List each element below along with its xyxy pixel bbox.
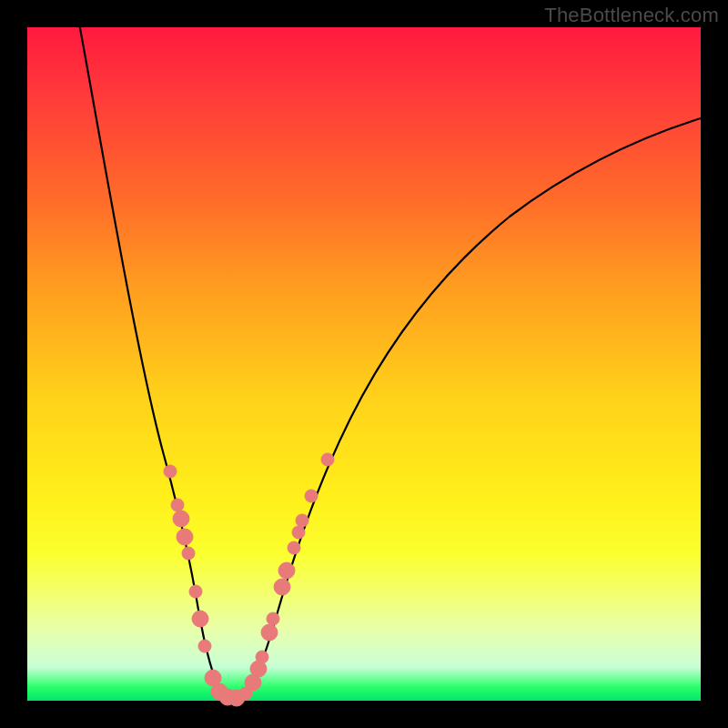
data-marker	[305, 490, 318, 502]
data-marker	[296, 514, 308, 527]
markers-layer	[164, 453, 334, 706]
chart-frame: TheBottleneck.com	[0, 0, 728, 728]
data-marker	[261, 624, 278, 641]
plot-area	[27, 27, 701, 701]
data-marker	[321, 453, 334, 466]
data-marker	[278, 562, 295, 579]
data-marker	[164, 465, 177, 478]
bottleneck-curve	[78, 18, 701, 700]
data-marker	[256, 651, 268, 663]
data-marker	[182, 547, 195, 560]
watermark-label: TheBottleneck.com	[544, 4, 719, 27]
data-marker	[198, 640, 211, 652]
data-marker	[192, 611, 208, 627]
data-marker	[267, 612, 279, 625]
data-marker	[288, 541, 300, 554]
data-marker	[189, 585, 202, 598]
data-marker	[274, 579, 290, 595]
curve-layer	[78, 18, 701, 700]
data-marker	[292, 526, 305, 539]
curve-svg	[27, 27, 701, 701]
data-marker	[171, 499, 184, 511]
data-marker	[177, 529, 193, 545]
data-marker	[173, 511, 189, 527]
